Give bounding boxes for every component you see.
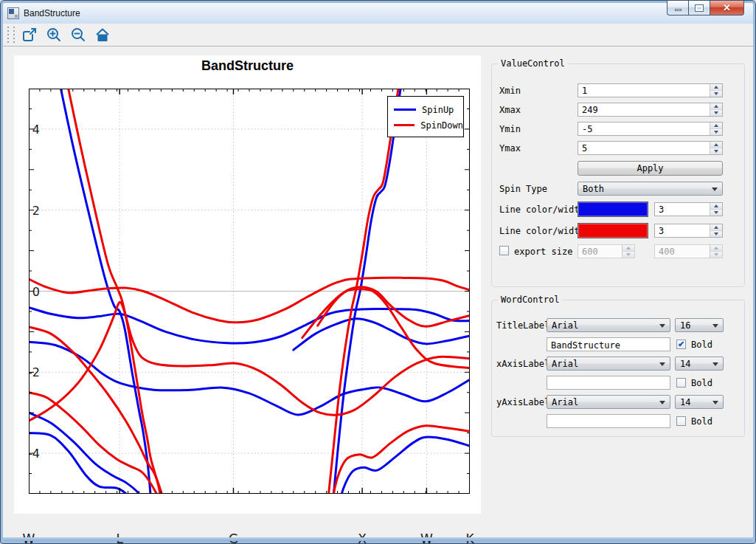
ymax-spinbox[interactable] (578, 141, 723, 155)
yaxis-font-combobox[interactable]: Arial (547, 395, 670, 409)
spindown-width-input[interactable] (655, 224, 710, 237)
ymin-input[interactable] (578, 123, 710, 135)
spinup-width-input[interactable] (655, 203, 710, 216)
zoom-in-button[interactable] (44, 25, 63, 44)
xaxis-text-input[interactable] (547, 378, 670, 390)
spin-down-icon (714, 131, 718, 134)
chevron-down-icon (659, 324, 665, 328)
export-button[interactable] (20, 25, 39, 44)
spin-up-icon (714, 204, 718, 207)
chevron-down-icon (712, 401, 718, 404)
spin-up-icon (714, 247, 718, 249)
legend-item-spindown: SpinDown (394, 117, 463, 133)
spin-buttons (710, 245, 722, 258)
spin-buttons[interactable] (710, 84, 722, 97)
chevron-down-icon (712, 362, 718, 366)
xaxis-font-combobox[interactable]: Arial (547, 357, 670, 371)
ymin-spinbox[interactable] (578, 122, 723, 136)
yaxis-font-value: Arial (552, 397, 578, 407)
y-tick-label: 2 (18, 203, 40, 217)
spin-down-icon (714, 150, 718, 153)
spin-up-icon (626, 247, 631, 249)
zoom-out-button[interactable] (69, 25, 88, 44)
close-button[interactable]: ✕ (710, 1, 744, 16)
spinup-color-button[interactable] (578, 202, 648, 217)
spin-down-icon (714, 233, 718, 235)
xmin-input[interactable] (578, 84, 710, 97)
title-font-value: Arial (552, 320, 578, 331)
yaxis-text-input[interactable] (547, 416, 670, 429)
window-controls: ✕ (667, 1, 744, 16)
ymax-input[interactable] (578, 142, 710, 154)
yaxis-size-combobox[interactable]: 14 (675, 395, 724, 409)
xmax-label: Xmax (499, 105, 521, 115)
title-size-combobox[interactable]: 16 (675, 318, 724, 332)
export-height-input[interactable] (655, 245, 710, 258)
export-height-spinbox[interactable] (654, 244, 723, 258)
home-button[interactable] (93, 25, 112, 44)
toolbar-drag-handle[interactable] (7, 27, 9, 43)
zoom-out-icon (70, 27, 86, 43)
spin-buttons[interactable] (710, 123, 722, 135)
chevron-down-icon (659, 401, 665, 404)
y-tick-label: 0 (18, 284, 40, 298)
minimize-icon (675, 9, 682, 11)
export-icon (21, 27, 38, 43)
title-bar[interactable]: BandStructure ✕ (3, 3, 753, 24)
close-icon: ✕ (723, 3, 731, 13)
xaxis-label: xAxisLabel (496, 359, 549, 369)
export-size-label: export size (514, 247, 572, 257)
yaxis-bold-checkbox[interactable] (676, 416, 686, 426)
spin-buttons[interactable] (710, 103, 722, 116)
y-tick-label: -2 (18, 365, 40, 379)
title-bold-label: Bold (691, 340, 712, 350)
apply-button[interactable]: Apply (578, 161, 723, 176)
xaxis-size-combobox[interactable]: 14 (675, 357, 724, 371)
title-size-value: 16 (680, 320, 690, 331)
minimize-button[interactable] (667, 1, 688, 16)
title-font-combobox[interactable]: Arial (547, 318, 670, 332)
plot-canvas[interactable]: BandStructure WLGXWK -4-2024 SpinUp Spin… (14, 55, 481, 514)
yaxis-bold-label: Bold (691, 416, 712, 427)
spin-down-icon (714, 211, 718, 214)
zoom-in-icon (46, 27, 62, 43)
export-size-checkbox[interactable] (499, 246, 509, 255)
spin-down-icon (714, 92, 718, 95)
chevron-down-icon (712, 324, 718, 328)
spinup-width-spinbox[interactable] (654, 202, 723, 216)
ymin-label: Ymin (499, 124, 521, 134)
xmax-input[interactable] (578, 103, 710, 116)
spin-down-icon (714, 111, 718, 114)
title-text-field[interactable] (547, 337, 670, 351)
title-bold-checkbox[interactable]: ✔ (676, 340, 686, 349)
spindown-width-spinbox[interactable] (654, 224, 723, 238)
group-title: WordControl (498, 295, 562, 305)
spin-up-icon (714, 105, 718, 108)
title-text-input[interactable] (547, 340, 670, 352)
spin-down-icon (626, 253, 631, 256)
value-control-group: ValueControl Xmin Xmax Ymin Ymax (491, 63, 745, 287)
spin-type-combobox[interactable]: Both (578, 182, 723, 196)
xaxis-bold-checkbox[interactable] (676, 378, 686, 388)
spin-buttons[interactable] (710, 203, 722, 216)
xmax-spinbox[interactable] (578, 103, 723, 117)
toolbar (3, 24, 753, 47)
xmin-spinbox[interactable] (578, 83, 723, 97)
ymax-label: Ymax (499, 143, 521, 154)
xaxis-text-field[interactable] (547, 376, 670, 390)
spin-buttons[interactable] (710, 224, 722, 237)
export-width-spinbox[interactable] (578, 244, 635, 258)
yaxis-text-field[interactable] (547, 414, 670, 428)
legend-label: SpinUp (422, 105, 454, 115)
spindown-color-button[interactable] (578, 223, 648, 238)
client-area: BandStructure WLGXWK -4-2024 SpinUp Spin… (3, 47, 753, 537)
maximize-button[interactable] (688, 1, 710, 16)
export-width-input[interactable] (578, 245, 622, 258)
spin-up-icon (714, 124, 718, 127)
line-up-color-label: Line color/width (499, 204, 585, 215)
chevron-down-icon (712, 187, 718, 191)
y-tick-label: 4 (18, 122, 40, 136)
toolbar-drag-handle[interactable] (13, 27, 15, 43)
legend-label: SpinDown (420, 120, 463, 131)
spin-buttons[interactable] (710, 142, 722, 154)
